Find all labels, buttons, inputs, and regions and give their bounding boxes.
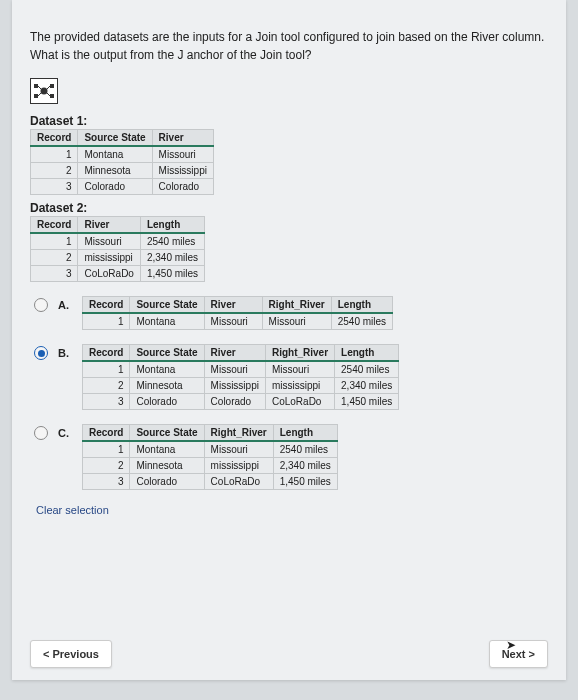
option-letter: B. (58, 347, 72, 359)
table-row: 2MinnesotaMississippimississippi2,340 mi… (83, 378, 399, 394)
question-page: The provided datasets are the inputs for… (12, 0, 566, 680)
previous-button[interactable]: < Previous (30, 640, 112, 668)
col-header: Source State (130, 425, 204, 442)
col-header: Length (140, 217, 204, 234)
col-header: Right_River (262, 297, 331, 314)
col-header: River (78, 217, 140, 234)
table-row: 1MontanaMissouriMissouri2540 miles (83, 361, 399, 378)
svg-line-6 (38, 92, 42, 96)
table-row: 1Missouri2540 miles (31, 233, 205, 250)
cursor-icon: ➤ (506, 638, 516, 652)
answers-group: A. Record Source State River Right_River… (34, 296, 548, 490)
option-b[interactable]: B. Record Source State River Right_River… (34, 344, 548, 410)
table-row: 1MontanaMissouriMissouri2540 miles (83, 313, 393, 330)
col-header: River (204, 297, 262, 314)
table-row: 2Minnesotamississippi2,340 miles (83, 458, 338, 474)
col-header: Length (273, 425, 337, 442)
col-header: Record (31, 130, 78, 147)
svg-line-7 (46, 86, 50, 90)
radio-b[interactable] (34, 346, 48, 360)
clear-selection-link[interactable]: Clear selection (36, 504, 548, 516)
col-header: Length (331, 297, 392, 314)
table-row: 1MontanaMissouri (31, 146, 214, 163)
radio-c[interactable] (34, 426, 48, 440)
table-row: 2mississippi2,340 miles (31, 250, 205, 266)
join-tool-icon (30, 78, 58, 104)
question-text: The provided datasets are the inputs for… (30, 28, 548, 64)
col-header: Length (335, 345, 399, 362)
svg-point-2 (41, 88, 48, 95)
table-row: 1MontanaMissouri2540 miles (83, 441, 338, 458)
svg-rect-0 (34, 84, 38, 88)
table-row: 2MinnesotaMississippi (31, 163, 214, 179)
col-header: Source State (130, 345, 204, 362)
radio-a[interactable] (34, 298, 48, 312)
dataset2-label: Dataset 2: (30, 201, 548, 215)
option-letter: C. (58, 427, 72, 439)
svg-rect-1 (34, 94, 38, 98)
table-row: 3CoLoRaDo1,450 miles (31, 266, 205, 282)
col-header: Record (31, 217, 78, 234)
col-header: Right_River (204, 425, 273, 442)
table-row: 3ColoradoCoLoRaDo1,450 miles (83, 474, 338, 490)
col-header: Source State (130, 297, 204, 314)
dataset1-label: Dataset 1: (30, 114, 548, 128)
col-header: Right_River (265, 345, 334, 362)
col-header: River (152, 130, 213, 147)
svg-rect-3 (50, 84, 54, 88)
svg-line-5 (38, 86, 42, 90)
svg-rect-4 (50, 94, 54, 98)
next-button[interactable]: Next > (489, 640, 548, 668)
dataset2-table: Record River Length 1Missouri2540 miles … (30, 216, 205, 282)
col-header: Record (83, 425, 130, 442)
table-row: 3ColoradoColorado (31, 179, 214, 195)
option-c[interactable]: C. Record Source State Right_River Lengt… (34, 424, 548, 490)
dataset1-table: Record Source State River 1MontanaMissou… (30, 129, 214, 195)
col-header: Record (83, 345, 130, 362)
option-letter: A. (58, 299, 72, 311)
svg-line-8 (46, 92, 50, 96)
col-header: River (204, 345, 265, 362)
col-header: Source State (78, 130, 152, 147)
table-row: 3ColoradoColoradoCoLoRaDo1,450 miles (83, 394, 399, 410)
col-header: Record (83, 297, 130, 314)
option-a[interactable]: A. Record Source State River Right_River… (34, 296, 548, 330)
